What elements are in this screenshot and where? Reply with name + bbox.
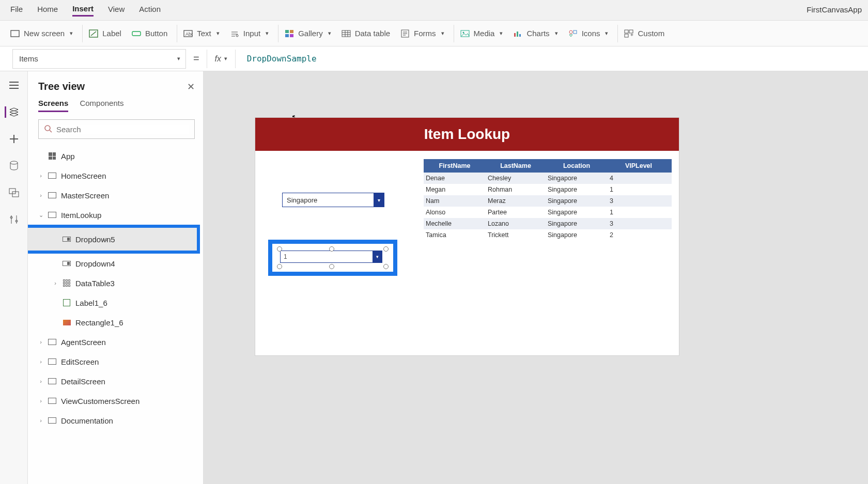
table-row[interactable]: MechelleLozanoSingapore3 [424, 218, 672, 229]
svg-rect-11 [285, 34, 289, 37]
tree-node-app[interactable]: App [38, 146, 195, 166]
resize-handle[interactable] [329, 264, 334, 269]
data-table-control[interactable]: FirstName LastName Location VIPLevel Den… [424, 159, 672, 241]
col-header-location[interactable]: Location [546, 162, 608, 169]
menu-bar: File Home Insert View Action FirstCanvas… [0, 0, 868, 21]
property-selector[interactable]: Items ▾ [12, 49, 186, 69]
data-table-body: DenaeChesleySingapore4MeganRohmanSingapo… [424, 173, 672, 241]
table-cell: Singapore [546, 231, 608, 239]
new-screen-button[interactable]: New screen ▾ [10, 29, 73, 38]
text-button[interactable]: Abc Text ▾ [183, 29, 220, 38]
tree-node-documentation[interactable]: › Documentation [38, 411, 195, 430]
table-row[interactable]: TamicaTrickettSingapore2 [424, 229, 672, 241]
col-header-lastname[interactable]: LastName [486, 162, 546, 169]
screen-icon [10, 29, 20, 38]
table-row[interactable]: AlonsoParteeSingapore1 [424, 207, 672, 218]
charts-btn-label: Charts [526, 29, 549, 38]
tree-node-viewcustomersscreen[interactable]: › ViewCustomersScreen [38, 391, 195, 411]
chevron-right-icon: › [38, 339, 43, 345]
col-header-firstname[interactable]: FirstName [424, 162, 486, 169]
chevron-down-icon[interactable]: ▾ [373, 251, 382, 262]
table-row[interactable]: NamMerazSingapore3 [424, 195, 672, 207]
tree-node-label: DetailScreen [61, 377, 105, 386]
canvas-screen[interactable]: Item Lookup Singapore ▾ 1 ▾ [255, 118, 679, 355]
svg-point-8 [236, 35, 238, 37]
data-table-button[interactable]: Data table [342, 29, 390, 38]
close-icon[interactable]: ✕ [187, 81, 195, 92]
tree-node-agentscreen[interactable]: › AgentScreen [38, 332, 195, 352]
tab-components[interactable]: Components [80, 99, 123, 112]
svg-rect-12 [290, 34, 293, 37]
charts-button[interactable]: Charts ▾ [513, 29, 557, 38]
data-icon[interactable] [8, 160, 20, 171]
tab-screens[interactable]: Screens [38, 99, 68, 112]
svg-rect-26 [519, 34, 521, 37]
media-button[interactable]: Media ▾ [460, 29, 503, 38]
property-selector-value: Items [19, 54, 38, 63]
custom-button[interactable]: + Custom [624, 29, 664, 38]
text-btn-label: Text [197, 29, 211, 38]
tree-node-label: ItemLookup [61, 211, 101, 220]
table-row[interactable]: DenaeChesleySingapore4 [424, 173, 672, 184]
insert-icon[interactable] [8, 133, 20, 145]
search-box[interactable] [38, 119, 195, 139]
resize-handle[interactable] [277, 264, 282, 269]
menu-file[interactable]: File [10, 5, 23, 15]
svg-point-38 [10, 161, 18, 164]
tree-node-label: AgentScreen [61, 338, 106, 347]
icons-button[interactable]: Icons ▾ [568, 29, 609, 38]
forms-button[interactable]: Forms ▾ [400, 29, 444, 38]
tree-node-rectangle1-6[interactable]: Rectangle1_6 [38, 313, 195, 332]
main-area: Tree view ✕ Screens Components App › Hom… [0, 71, 868, 484]
chevron-down-icon: ▾ [266, 30, 269, 37]
more-options-icon[interactable]: ··· [102, 235, 112, 244]
fx-label: fx [214, 54, 221, 64]
gallery-button[interactable]: Gallery ▾ [285, 29, 331, 38]
table-cell: Alonso [424, 209, 486, 216]
app-icon [48, 152, 57, 160]
fx-button[interactable]: fx ▾ [207, 50, 236, 68]
resize-handle[interactable] [277, 246, 282, 252]
tree-node-dropdown4[interactable]: Dropdown4 [38, 254, 195, 273]
media-rail-icon[interactable] [8, 187, 20, 198]
chevron-down-icon[interactable]: ▾ [374, 193, 384, 207]
tree-node-label1-6[interactable]: Label1_6 [38, 293, 195, 313]
formula-input[interactable] [243, 50, 856, 68]
input-btn-label: Input [243, 29, 260, 38]
menu-home[interactable]: Home [37, 5, 58, 15]
tree-node-detailscreen[interactable]: › DetailScreen [38, 371, 195, 391]
table-cell: Chesley [486, 175, 546, 182]
menu-view[interactable]: View [108, 5, 125, 15]
tree-node-itemlookup[interactable]: ⌄ ItemLookup [38, 205, 195, 225]
hamburger-icon[interactable] [8, 80, 20, 91]
col-header-viplevel[interactable]: VIPLevel [608, 162, 670, 169]
new-screen-label: New screen [24, 29, 65, 38]
search-input[interactable] [56, 125, 189, 134]
button-button[interactable]: Button [132, 29, 167, 38]
gallery-btn-label: Gallery [298, 29, 323, 38]
resize-handle[interactable] [383, 264, 389, 269]
canvas-area[interactable]: ↖ Item Lookup Singapore ▾ 1 ▾ [204, 71, 868, 484]
tree-node-editscreen[interactable]: › EditScreen [38, 352, 195, 371]
menu-action[interactable]: Action [139, 5, 161, 15]
table-cell: Rohman [486, 186, 546, 193]
input-button[interactable]: Input ▾ [230, 29, 269, 38]
dropdown-value: 1 [281, 253, 373, 260]
table-row[interactable]: MeganRohmanSingapore1 [424, 184, 672, 195]
menu-insert[interactable]: Insert [72, 4, 94, 17]
tree-node-datatable3[interactable]: › DataTable3 [38, 273, 195, 293]
input-icon [230, 29, 239, 38]
chevron-down-icon: ▾ [500, 30, 503, 37]
advanced-tools-icon[interactable] [8, 214, 20, 225]
tree-node-dropdown5[interactable]: Dropdown5 ··· [38, 235, 115, 244]
dropdown-control-viplevel[interactable]: 1 ▾ [280, 251, 385, 265]
resize-handle[interactable] [329, 246, 334, 252]
label-button[interactable]: Label [89, 29, 121, 38]
gallery-icon [285, 29, 294, 38]
dropdown-control-location[interactable]: Singapore ▾ [282, 193, 384, 207]
tree-node-masterscreen[interactable]: › MasterScreen [38, 185, 195, 205]
svg-line-46 [50, 130, 52, 132]
tree-node-homescreen[interactable]: › HomeScreen [38, 166, 195, 185]
tree-view-icon[interactable] [5, 106, 19, 118]
resize-handle[interactable] [383, 246, 389, 252]
